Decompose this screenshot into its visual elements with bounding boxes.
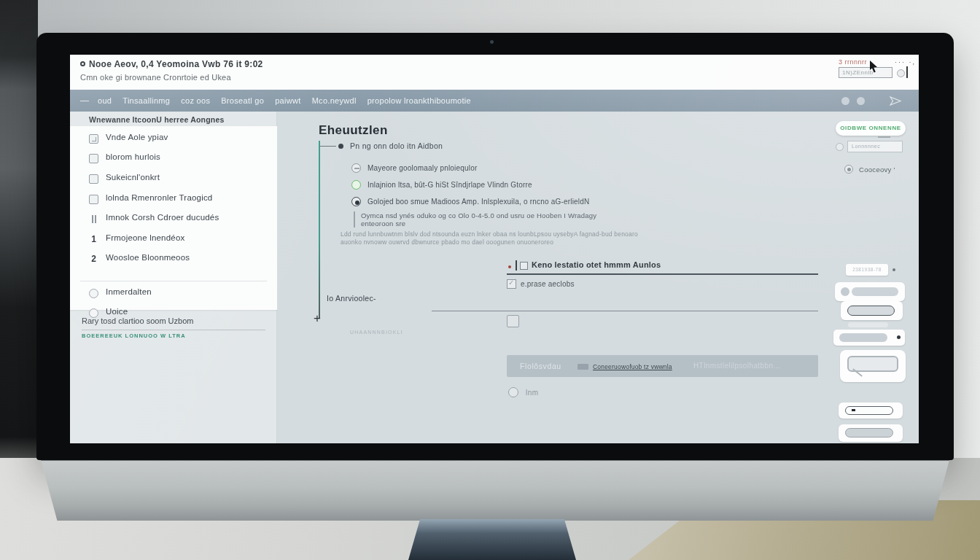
toolbar-item-0[interactable]: oud	[98, 96, 112, 105]
placeholder-pill	[852, 287, 898, 296]
digit-1-icon: 1	[89, 235, 98, 244]
sidebar-item-label: Frmojeone lnendéox	[106, 233, 184, 242]
rail-card-marked[interactable]	[839, 402, 903, 419]
grid-icon	[89, 134, 98, 144]
text-caret	[516, 260, 517, 271]
radio-selected-icon[interactable]	[351, 197, 361, 206]
toolbar-item-6[interactable]: propolow lroankthiboumotie	[368, 96, 471, 105]
header-status-text: 3 rrnnnrr	[839, 58, 867, 66]
text-caret	[906, 66, 908, 78]
add-step-icon[interactable]: +	[314, 311, 321, 326]
sidebar-item-7[interactable]: Inmerdalten	[70, 285, 277, 305]
rail-card-bubble[interactable]	[840, 350, 906, 382]
step-timeline	[319, 141, 320, 319]
monitor-chin	[41, 460, 949, 521]
quote-text: Oymca nsd ynés oduko og co Olo 0-4-5.0 o…	[354, 211, 631, 228]
radio-unselected-icon[interactable]	[351, 163, 361, 173]
bottom-radio-label: lnm	[526, 389, 539, 397]
toolbar-dot-button-2[interactable]	[857, 97, 865, 105]
sidebar-item-4[interactable]: Imnok Corsh Cdroer ducudés	[70, 211, 277, 230]
step-label: Pn ng onn dolo itn Aidbon	[350, 141, 443, 150]
option-label: Mayeore goolomaaly pnloiequlor	[368, 164, 478, 172]
hint-label: UHAANNNBIOKLI	[350, 330, 403, 335]
sidebar-item-2[interactable]: Sukeicnl'onkrt	[70, 171, 277, 190]
action-bar-button[interactable]: Flolôsvdau	[520, 362, 561, 370]
back-icon[interactable]: —	[80, 96, 89, 106]
header-search-input[interactable]: 1N)ZEnnlb	[839, 67, 892, 78]
sidebar-header: Wnewanne ItcoonU herree Aongnes	[89, 115, 225, 124]
step-connector	[320, 146, 336, 147]
main-content: Eheuutzlen + Pn ng onn dolo itn Aidbon M…	[277, 112, 919, 443]
description-paragraph: Ldd rund lunnbuwtnm blslv dod ntsounda e…	[341, 230, 660, 246]
rail-card-outlined[interactable]	[841, 301, 903, 320]
sidebar-item-0[interactable]: Vnde Aole ypiav	[70, 131, 277, 150]
sidebar-separator	[80, 281, 267, 281]
sidebar-item-1[interactable]: blorom hurlois	[70, 150, 277, 170]
bullet-dot-icon	[897, 335, 901, 339]
field1-checkbox[interactable]	[520, 262, 528, 270]
sidebar-item-5[interactable]: 1 Frmojeone lnendéox	[70, 231, 277, 251]
action-bar-badge	[578, 364, 588, 370]
sidebar-footer-title: Rary tosd clartioo soom Uzbom	[82, 316, 265, 330]
sidebar: Wnewanne ItcoonU herree Aongnes Vnde Aol…	[70, 112, 277, 443]
sidebar-item-label: Sukeicnl'onkrt	[106, 173, 160, 182]
sidebar-item-label: Uoice	[106, 307, 128, 316]
field2-label: Io Anrvioolec-	[327, 294, 376, 303]
page-title: Eheuutzlen	[319, 123, 388, 138]
placeholder-pill	[845, 428, 893, 438]
rail-card-dotted[interactable]	[833, 330, 905, 346]
avatar	[841, 287, 849, 296]
toolbar-item-4[interactable]: paiwwt	[275, 96, 300, 105]
circle-icon	[89, 289, 98, 298]
sidebar-item-3[interactable]: lolnda Rmenronler Traogicd	[70, 191, 277, 211]
rail-card-filled[interactable]	[839, 424, 903, 442]
checkbox1[interactable]	[507, 279, 516, 289]
digit-2-icon: 2	[89, 254, 98, 264]
rail-card-avatar[interactable]	[835, 282, 905, 301]
outlined-pill	[847, 306, 895, 316]
checkbox2[interactable]	[507, 315, 519, 327]
sidebar-item-label: lolnda Rmenronler Traogicd	[106, 193, 212, 202]
field1-input-underline[interactable]	[507, 273, 818, 275]
toolbar-right-controls	[841, 90, 901, 112]
panel-icon	[89, 174, 98, 184]
right-rail: OIDBWE ONNENNE Lonnnnnec Cooceovy ' 2381…	[831, 112, 919, 443]
header-control-dots[interactable]: ··· ·,	[895, 58, 916, 66]
header-circle-button[interactable]	[897, 69, 905, 77]
step-bullet	[338, 144, 343, 149]
required-dot-icon	[508, 265, 511, 268]
sidebar-item-label: Vnde Aole ypiav	[106, 133, 168, 141]
sidebar-item-label: Woosloe Bloonmeoos	[106, 253, 190, 262]
field2-input-underline[interactable]	[432, 311, 818, 311]
send-icon[interactable]	[890, 96, 901, 106]
sidebar-list: Vnde Aole ypiav blorom hurlois Sukeicnl'…	[70, 126, 277, 310]
app-icon	[80, 61, 85, 66]
toolbar-dot-button-1[interactable]	[841, 97, 849, 105]
option-label: Golojed boo smue Madioos Amp. Inlsplexui…	[368, 198, 589, 206]
toolbar-item-5[interactable]: Mco.neywdl	[312, 96, 357, 105]
action-bar-link[interactable]: Coneeruowofuob tz vwwnla	[593, 363, 672, 370]
bars-icon	[89, 214, 98, 224]
sidebar-footer-link[interactable]: BOEEREEUK LONNUOO W LTRA	[82, 332, 186, 339]
toolbar-item-3[interactable]: Broseatl go	[221, 96, 264, 105]
placeholder-pill	[839, 333, 887, 342]
panel-icon	[89, 195, 98, 204]
window-title: Nooe Aeov, 0,4 Yeomoina Vwb 76 it 9:02	[89, 59, 263, 69]
checkbox1-label: e.prase aeclobs	[521, 280, 575, 288]
rail-radio-label: Cooceovy '	[859, 166, 895, 174]
monitor-stand	[408, 519, 576, 560]
photo-scene: Nooe Aeov, 0,4 Yeomoina Vwb 76 it 9:02 C…	[0, 0, 980, 560]
action-bar: Flolôsvdau Coneeruowofuob tz vwwnla HTln…	[507, 355, 818, 377]
primary-pill-button[interactable]: OIDBWE ONNENNE	[836, 121, 906, 136]
panel-icon	[89, 154, 98, 163]
toolbar-item-1[interactable]: Tinsaallinmg	[122, 96, 170, 105]
rail-card-code[interactable]: 2381938-78	[846, 264, 888, 276]
toolbar-item-2[interactable]: coz oos	[181, 96, 210, 105]
bottom-radio[interactable]	[508, 387, 518, 397]
sidebar-item-6[interactable]: 2 Woosloe Bloonmeoos	[70, 251, 277, 271]
connect-input[interactable]: Lonnnnnec	[847, 141, 903, 152]
rail-radio[interactable]	[844, 165, 853, 174]
radio-green-icon[interactable]	[351, 180, 361, 190]
window-subtitle: Cmn oke gi brownane Cronrtoie ed Ukea	[80, 73, 231, 82]
sidebar-item-label: Imnok Corsh Cdroer ducudés	[106, 213, 219, 222]
